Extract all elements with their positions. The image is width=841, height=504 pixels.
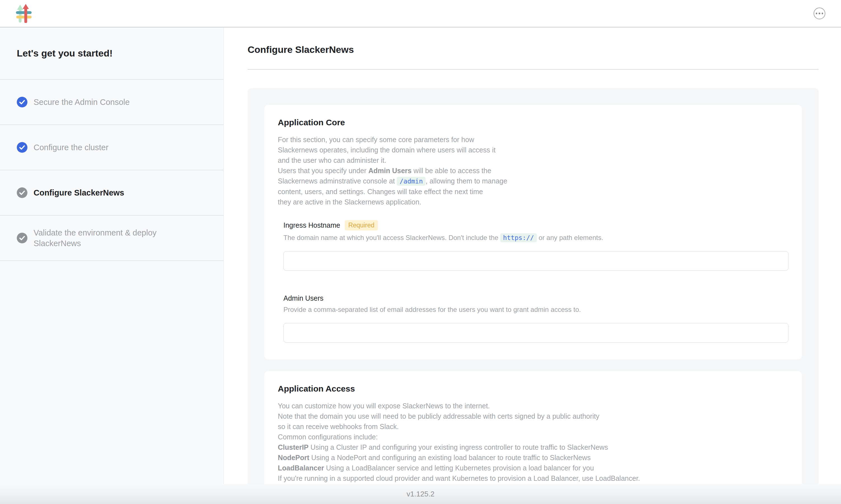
desc-text: Using a NodePort and configuring an exis… bbox=[309, 454, 591, 462]
admin-path-code-chip: /admin bbox=[397, 177, 426, 186]
field-label-row: Ingress Hostname Required bbox=[283, 220, 788, 231]
slackernews-logo-icon bbox=[16, 4, 32, 23]
desc-bold: Admin Users bbox=[369, 167, 412, 175]
ellipsis-icon bbox=[819, 13, 820, 14]
required-badge: Required bbox=[345, 220, 378, 231]
version-text: v1.125.2 bbox=[407, 490, 434, 499]
admin-users-group: Admin Users Provide a comma-separated li… bbox=[283, 294, 788, 343]
desc-bold: ClusterIP bbox=[278, 443, 309, 451]
desc-bold: LoadBalancer bbox=[278, 464, 324, 472]
field-label-row: Admin Users bbox=[283, 294, 788, 302]
card-title: Application Core bbox=[278, 118, 788, 127]
application-core-description: For this section, you can specify some c… bbox=[278, 134, 686, 207]
title-divider bbox=[248, 69, 819, 70]
page-title: Configure SlackerNews bbox=[248, 44, 819, 55]
more-options-button[interactable] bbox=[813, 7, 825, 19]
sidebar-step-secure-admin-console[interactable]: Secure the Admin Console bbox=[0, 79, 223, 124]
config-panel: Application Core For this section, you c… bbox=[248, 88, 819, 484]
desc-text: You can customize how you will expose Sl… bbox=[278, 402, 599, 441]
check-circle-icon bbox=[17, 142, 28, 153]
ingress-hostname-label: Ingress Hostname bbox=[283, 221, 340, 229]
https-code-chip: https:// bbox=[500, 233, 537, 242]
sidebar-step-label: Validate the environment & deploy Slacke… bbox=[34, 228, 204, 249]
ingress-hostname-input[interactable] bbox=[283, 251, 788, 271]
desc-text: Using a Cluster IP and configuring your … bbox=[309, 443, 608, 451]
ellipsis-icon bbox=[822, 13, 823, 14]
sidebar-step-configure-slackernews[interactable]: Configure SlackerNews bbox=[0, 170, 223, 215]
check-circle-icon bbox=[17, 233, 28, 243]
ingress-hostname-help: The domain name at which you'll access S… bbox=[283, 233, 788, 243]
desc-text: If you're running in a supported cloud p… bbox=[278, 474, 640, 482]
sidebar-step-label: Configure the cluster bbox=[34, 142, 109, 153]
card-title: Application Access bbox=[278, 384, 788, 394]
application-core-card: Application Core For this section, you c… bbox=[264, 105, 802, 359]
desc-text: Users that you specify under bbox=[278, 167, 369, 175]
sidebar-step-label: Configure SlackerNews bbox=[34, 187, 124, 198]
sidebar-title: Let's get you started! bbox=[0, 28, 223, 79]
desc-text: For this section, you can specify some c… bbox=[278, 136, 496, 164]
admin-users-label: Admin Users bbox=[283, 294, 323, 302]
desc-text: Using a LoadBalancer service and letting… bbox=[324, 464, 594, 472]
sidebar-step-label: Secure the Admin Console bbox=[34, 97, 129, 107]
ingress-hostname-group: Ingress Hostname Required The domain nam… bbox=[283, 220, 788, 271]
top-bar bbox=[0, 0, 841, 28]
check-circle-icon bbox=[17, 97, 28, 107]
config-content: Configure SlackerNews Application Core F… bbox=[224, 28, 841, 484]
help-text: or any path elements. bbox=[537, 234, 603, 241]
check-circle-icon bbox=[17, 187, 28, 198]
admin-users-help: Provide a comma-separated list of email … bbox=[283, 305, 788, 314]
desc-bold: NodePort bbox=[278, 454, 309, 462]
ellipsis-icon bbox=[816, 13, 817, 14]
version-footer: v1.125.2 bbox=[0, 484, 841, 504]
sidebar-step-validate-deploy[interactable]: Validate the environment & deploy Slacke… bbox=[0, 215, 223, 261]
application-access-card: Application Access You can customize how… bbox=[264, 371, 802, 484]
help-text: The domain name at which you'll access S… bbox=[283, 234, 500, 241]
setup-wizard-page: Let's get you started! Secure the Admin … bbox=[0, 0, 841, 504]
application-access-description: You can customize how you will expose Sl… bbox=[278, 401, 770, 484]
admin-users-input[interactable] bbox=[283, 323, 788, 343]
sidebar-step-configure-cluster[interactable]: Configure the cluster bbox=[0, 124, 223, 170]
setup-steps-sidebar: Let's get you started! Secure the Admin … bbox=[0, 28, 224, 484]
